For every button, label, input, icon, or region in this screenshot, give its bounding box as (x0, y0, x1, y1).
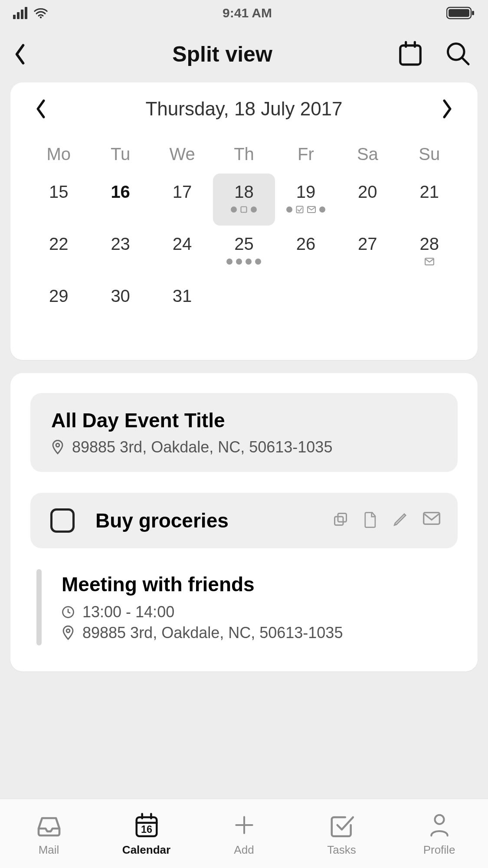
check-square-icon (328, 812, 355, 839)
weekday: Mo (28, 135, 89, 174)
svg-rect-16 (424, 513, 440, 524)
day-cell-18[interactable]: 18 (213, 174, 275, 226)
prev-period-button[interactable] (32, 98, 49, 120)
location-pin-icon (62, 626, 75, 640)
day-cell-25[interactable]: 25 (213, 226, 275, 278)
day-cell-31[interactable]: 31 (151, 278, 213, 330)
tab-label: Calendar (122, 843, 170, 857)
weekday-header: Mo Tu We Th Fr Sa Su (28, 135, 460, 174)
chevron-right-icon (441, 99, 453, 119)
mail-icon[interactable] (423, 511, 440, 530)
event-location: 89885 3rd, Oakdale, NC, 50613-1035 (82, 624, 343, 642)
svg-point-18 (66, 629, 70, 632)
tab-label: Mail (39, 843, 59, 857)
tab-mail[interactable]: Mail (0, 799, 98, 868)
chevron-left-icon (13, 43, 27, 65)
calendar-view-button[interactable] (397, 40, 424, 69)
clock-icon (62, 606, 75, 619)
svg-rect-9 (241, 207, 247, 213)
calendar-icon: 16 (133, 812, 160, 839)
day-cell-28[interactable]: 28 (399, 226, 460, 278)
event-color-bar (36, 569, 42, 645)
event-title: All Day Event Title (51, 409, 437, 432)
day-cell-29[interactable]: 29 (28, 278, 89, 330)
mail-indicator-icon (425, 258, 434, 265)
day-cell-15[interactable]: 15 (28, 174, 89, 226)
event-location: 89885 3rd, Oakdale, NC, 50613-1035 (72, 438, 332, 456)
event-title: Meeting with friends (62, 573, 458, 596)
tab-bar: Mail 16 Calendar Add Tasks Profile (0, 799, 488, 868)
task-title: Buy groceries (95, 509, 333, 532)
status-time: 9:41 AM (223, 6, 272, 20)
copy-icon[interactable] (333, 511, 348, 530)
svg-point-7 (448, 44, 465, 60)
battery-icon (446, 7, 475, 20)
tab-tasks[interactable]: Tasks (293, 799, 390, 868)
navigation-bar: Split view (0, 26, 488, 82)
day-cell-20[interactable]: 20 (337, 174, 398, 226)
day-cell-26[interactable]: 26 (275, 226, 337, 278)
edit-icon[interactable] (393, 511, 408, 530)
search-button[interactable] (445, 40, 471, 68)
tab-label: Tasks (327, 843, 356, 857)
svg-point-26 (435, 815, 444, 824)
next-period-button[interactable] (439, 98, 456, 120)
file-icon[interactable] (363, 511, 378, 530)
weekday: Sa (337, 135, 398, 174)
svg-rect-4 (400, 46, 421, 65)
day-cell-27[interactable]: 27 (337, 226, 398, 278)
svg-point-13 (56, 443, 59, 447)
location-pin-icon (51, 440, 64, 455)
day-cell-16[interactable]: 16 (89, 174, 151, 226)
svg-rect-2 (449, 9, 469, 17)
back-button[interactable] (13, 43, 48, 65)
weekday: Th (213, 135, 275, 174)
plus-icon (232, 813, 256, 837)
weekday: We (151, 135, 213, 174)
mail-indicator-icon (307, 206, 316, 213)
page-title: Split view (48, 42, 397, 67)
search-icon (445, 40, 471, 66)
svg-text:16: 16 (141, 824, 152, 835)
events-card: All Day Event Title 89885 3rd, Oakdale, … (10, 373, 478, 671)
weekday: Tu (89, 135, 151, 174)
tab-label: Add (234, 843, 254, 857)
svg-rect-14 (338, 514, 347, 522)
day-cell-24[interactable]: 24 (151, 226, 213, 278)
calendar-icon (397, 40, 424, 67)
day-cell-19[interactable]: 19 (275, 174, 337, 226)
svg-line-8 (462, 58, 468, 64)
calendar-date-label: Thursday, 18 July 2017 (145, 98, 342, 120)
person-icon (427, 812, 452, 838)
all-day-event[interactable]: All Day Event Title 89885 3rd, Oakdale, … (30, 393, 458, 472)
day-cell-23[interactable]: 23 (89, 226, 151, 278)
day-cell-22[interactable]: 22 (28, 226, 89, 278)
check-square-indicator-icon (296, 206, 304, 213)
svg-rect-15 (335, 517, 344, 525)
calendar-card: Thursday, 18 July 2017 Mo Tu We Th Fr Sa… (10, 82, 478, 360)
event-time: 13:00 - 14:00 (82, 603, 174, 621)
tab-profile[interactable]: Profile (390, 799, 488, 868)
weekday: Fr (275, 135, 337, 174)
wifi-icon (33, 7, 48, 19)
tab-add[interactable]: Add (195, 799, 293, 868)
weekday: Su (399, 135, 460, 174)
svg-point-0 (40, 16, 42, 19)
day-cell-21[interactable]: 21 (399, 174, 460, 226)
tab-label: Profile (423, 843, 455, 857)
day-cell-30[interactable]: 30 (89, 278, 151, 330)
svg-rect-10 (296, 206, 303, 213)
inbox-icon (35, 813, 63, 837)
day-cell-17[interactable]: 17 (151, 174, 213, 226)
status-bar: 9:41 AM (0, 0, 488, 26)
square-indicator-icon (240, 206, 247, 213)
tab-calendar[interactable]: 16 Calendar (98, 799, 195, 868)
chevron-left-icon (35, 99, 47, 119)
svg-rect-3 (472, 11, 474, 15)
task-item[interactable]: Buy groceries (30, 493, 458, 548)
cellular-signal-icon (13, 7, 27, 19)
timed-event[interactable]: Meeting with friends 13:00 - 14:00 89885… (30, 569, 458, 645)
task-checkbox[interactable] (50, 508, 75, 533)
